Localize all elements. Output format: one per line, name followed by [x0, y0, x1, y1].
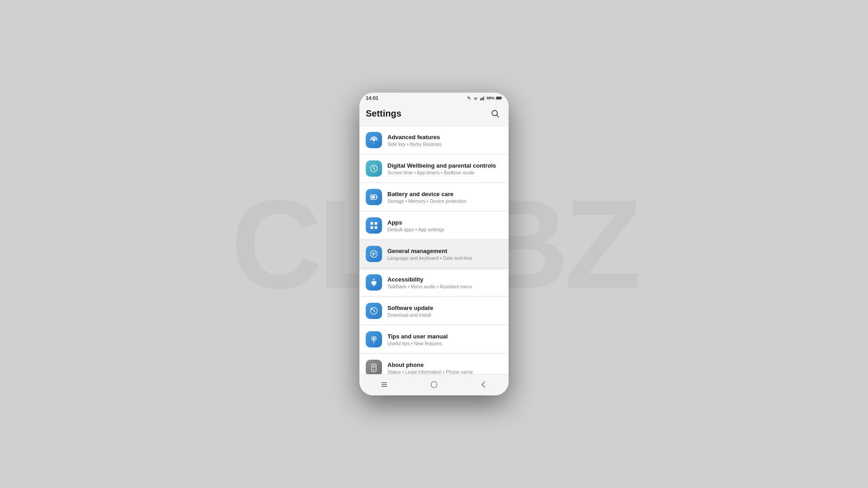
apps-text: Apps Default apps • App settings — [387, 219, 502, 232]
digital-wellbeing-text: Digital Wellbeing and parental controls … — [387, 162, 502, 175]
battery-text-area: Battery and device care Storage • Memory… — [387, 191, 502, 204]
status-time: 14:01 — [366, 95, 378, 101]
svg-point-29 — [373, 369, 375, 371]
advanced-features-icon — [366, 132, 382, 148]
signal-icon — [480, 96, 485, 100]
tips-text: Tips and user manual Useful tips • New f… — [387, 333, 502, 346]
home-button[interactable] — [425, 379, 443, 390]
svg-rect-7 — [496, 97, 501, 99]
svg-line-9 — [497, 115, 499, 117]
about-phone-text: About phone Status • Legal information •… — [387, 361, 502, 375]
settings-item-digital-wellbeing[interactable]: Digital Wellbeing and parental controls … — [359, 155, 509, 183]
svg-point-35 — [431, 381, 437, 388]
svg-rect-6 — [501, 98, 502, 99]
svg-rect-1 — [480, 99, 481, 100]
settings-item-accessibility[interactable]: Accessibility TalkBack • Mono audio • As… — [359, 269, 509, 296]
settings-header: Settings — [359, 103, 509, 125]
navigation-bar — [359, 374, 509, 395]
software-update-text: Software update Download and install — [387, 305, 502, 318]
software-update-icon — [366, 303, 382, 319]
svg-rect-28 — [372, 364, 376, 372]
svg-rect-19 — [375, 226, 377, 229]
advanced-features-text: Advanced features Side key • Bixby Routi… — [387, 134, 502, 147]
settings-item-software-update[interactable]: Software update Download and install — [359, 297, 509, 325]
settings-title: Settings — [366, 108, 401, 119]
svg-rect-15 — [371, 196, 375, 199]
svg-rect-17 — [375, 222, 377, 225]
recent-apps-icon — [380, 381, 388, 388]
wifi-icon — [473, 96, 478, 100]
svg-rect-2 — [481, 98, 482, 100]
battery-icon — [496, 96, 502, 100]
back-button[interactable] — [475, 379, 493, 390]
home-icon — [430, 380, 438, 389]
settings-item-battery[interactable]: Battery and device care Storage • Memory… — [359, 183, 509, 211]
battery-care-icon — [366, 189, 382, 205]
settings-item-about-phone[interactable]: About phone Status • Legal information •… — [359, 354, 509, 374]
search-icon — [491, 109, 500, 118]
status-bar: 14:01 98% — [359, 93, 509, 103]
tips-icon — [366, 331, 382, 347]
status-icons: 98% — [467, 96, 502, 100]
svg-point-8 — [492, 110, 497, 116]
settings-item-advanced-features[interactable]: Advanced features Side key • Bixby Routi… — [359, 126, 509, 154]
search-button[interactable] — [488, 106, 502, 121]
svg-rect-4 — [484, 96, 485, 101]
settings-item-apps[interactable]: Apps Default apps • App settings — [359, 212, 509, 239]
svg-rect-16 — [371, 222, 373, 225]
general-management-icon — [366, 246, 382, 262]
digital-wellbeing-icon — [366, 160, 382, 177]
general-management-text: General management Language and keyboard… — [387, 248, 502, 261]
svg-point-24 — [373, 279, 374, 280]
battery-text: 98% — [486, 96, 495, 100]
svg-rect-18 — [371, 226, 373, 229]
accessibility-text: Accessibility TalkBack • Mono audio • As… — [387, 276, 502, 289]
settings-item-general-management[interactable]: General management Language and keyboard… — [359, 240, 509, 268]
mute-icon — [467, 96, 472, 100]
settings-list: Advanced features Side key • Bixby Routi… — [359, 125, 509, 374]
apps-icon — [366, 217, 382, 234]
svg-rect-3 — [483, 97, 484, 100]
phone-screen: 14:01 98% — [359, 93, 509, 395]
phone-frame: 14:01 98% — [359, 93, 509, 395]
back-icon — [481, 381, 487, 388]
about-phone-icon — [366, 360, 382, 374]
recent-apps-button[interactable] — [375, 379, 393, 390]
settings-item-tips[interactable]: Tips and user manual Useful tips • New f… — [359, 326, 509, 353]
accessibility-icon — [366, 274, 382, 291]
